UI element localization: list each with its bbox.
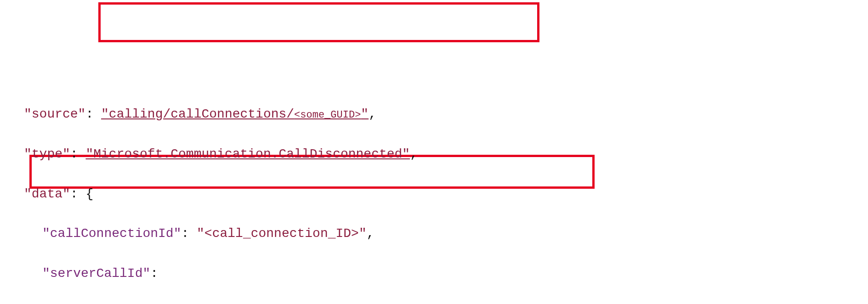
key-type: "type" (24, 147, 70, 161)
line-type: "type": "Microsoft.Communication.CallDis… (24, 144, 863, 164)
json-code-block: "source": "calling/callConnections/<some… (0, 0, 868, 304)
key-source: "source" (24, 107, 85, 121)
key-servercallid: "serverCallId" (42, 266, 150, 281)
value-type: "Microsoft.Communication.CallDisconnecte… (85, 147, 410, 161)
value-source-guid: <some_GUID> (294, 109, 361, 121)
line-data-open: "data": { (24, 184, 863, 204)
key-data: "data" (24, 187, 70, 201)
value-callconnectionid: "<call_connection_ID>" (197, 226, 367, 241)
value-source-prefix: "calling/callConnections/ (101, 107, 294, 121)
key-callconnectionid: "callConnectionId" (42, 226, 181, 241)
line-servercallid-key: "serverCallId": (24, 264, 863, 283)
value-source-suffix: " (361, 107, 369, 121)
line-callconnectionid: "callConnectionId": "<call_connection_ID… (24, 224, 863, 243)
line-source: "source": "calling/callConnections/<some… (24, 104, 863, 124)
highlight-type-value (98, 2, 539, 42)
